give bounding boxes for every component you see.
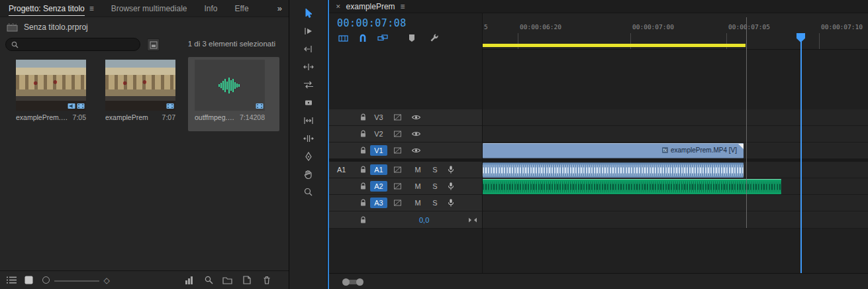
- track-lock-icon[interactable]: [360, 113, 367, 121]
- media-item-examplePrem[interactable]: examplePrem 7:07: [99, 57, 190, 131]
- hand-tool[interactable]: [299, 165, 318, 183]
- zoom-scrollbar-handle-left[interactable]: [342, 278, 350, 286]
- tab-progetto[interactable]: Progetto: Senza titolo ≡: [0, 0, 103, 17]
- playhead-timecode[interactable]: 00:00:07:08: [337, 17, 407, 29]
- selection-tool[interactable]: [299, 4, 318, 22]
- thumbnail-badges: [256, 103, 264, 109]
- media-item-duration: 7:05: [73, 113, 86, 121]
- sync-lock-icon[interactable]: [393, 113, 402, 121]
- new-item-icon[interactable]: [241, 274, 253, 286]
- tab-browser-multimediale[interactable]: Browser multimediale: [103, 0, 196, 17]
- ruler-tick: [630, 33, 631, 50]
- track-lane-v2[interactable]: [483, 126, 868, 143]
- rate-stretch-tool[interactable]: [299, 76, 318, 93]
- zoom-slider-track[interactable]: [54, 280, 99, 282]
- track-target-v3[interactable]: V3: [370, 112, 387, 123]
- slide-tool[interactable]: [299, 129, 318, 147]
- timeline-clip-examplePrem-video[interactable]: fx examplePrem.MP4 [V]: [483, 143, 744, 158]
- sync-lock-icon[interactable]: [393, 130, 402, 138]
- zoom-tool[interactable]: [299, 183, 318, 201]
- voiceover-mic-icon[interactable]: [448, 166, 454, 174]
- solo-button[interactable]: S: [430, 166, 440, 174]
- track-lane-a3[interactable]: [483, 195, 868, 211]
- track-lock-icon[interactable]: [360, 146, 367, 154]
- track-target-a3[interactable]: A3: [370, 198, 387, 208]
- sync-lock-icon[interactable]: [393, 166, 402, 174]
- pen-tool[interactable]: [299, 147, 318, 165]
- media-item-outffmpeg-wav[interactable]: outffmpeg.wav 7:14208: [188, 57, 279, 131]
- premiere-app-window: Progetto: Senza titolo ≡ Browser multime…: [0, 0, 868, 289]
- find-icon[interactable]: [203, 274, 215, 286]
- tab-info-label: Info: [204, 4, 217, 13]
- source-patch-a1[interactable]: A1: [337, 166, 346, 174]
- timeline-clip-examplePrem-audio[interactable]: [483, 162, 744, 178]
- add-marker-icon[interactable]: [406, 32, 418, 44]
- sync-lock-icon[interactable]: [393, 199, 402, 207]
- list-view-icon[interactable]: [5, 274, 17, 286]
- voiceover-mic-icon[interactable]: [448, 199, 454, 207]
- track-target-v2[interactable]: V2: [370, 129, 387, 139]
- icon-view-icon[interactable]: [23, 274, 34, 286]
- keyframe-navigator-icon[interactable]: [468, 217, 477, 223]
- timeline-clip-outffmpeg-audio[interactable]: [483, 179, 781, 194]
- track-lock-icon[interactable]: [360, 130, 367, 138]
- selection-status: 1 di 3 elementi selezionati: [188, 40, 275, 48]
- work-area-bar[interactable]: [482, 44, 746, 47]
- linked-selection-icon[interactable]: [377, 32, 389, 44]
- tab-info[interactable]: Info: [195, 0, 226, 17]
- panel-menu-icon[interactable]: ≡: [401, 2, 405, 11]
- mute-button[interactable]: M: [412, 199, 423, 207]
- timeline-zoom-scrollbar[interactable]: [329, 273, 868, 289]
- panel-close-icon[interactable]: ✕: [336, 3, 341, 10]
- track-target-a2[interactable]: A2: [370, 181, 387, 192]
- sync-lock-icon[interactable]: [393, 146, 402, 154]
- mute-button[interactable]: M: [412, 182, 423, 190]
- search-box[interactable]: [5, 38, 140, 51]
- timeline-tab[interactable]: examplePrem: [346, 2, 395, 11]
- snap-magnet-icon[interactable]: [357, 32, 369, 44]
- voiceover-mic-icon[interactable]: [448, 182, 454, 191]
- track-target-v1[interactable]: V1: [370, 145, 387, 156]
- zoom-scrollbar-handle-right[interactable]: [356, 278, 363, 286]
- panel-menu-icon[interactable]: ≡: [89, 4, 94, 13]
- project-file-row[interactable]: Senza titolo.prproj: [7, 21, 88, 34]
- nest-sequences-toggle-icon[interactable]: [337, 32, 349, 44]
- mute-button[interactable]: M: [412, 166, 423, 174]
- filter-bin-icon[interactable]: [147, 38, 160, 51]
- playhead-line[interactable]: [800, 40, 802, 273]
- track-lock-icon[interactable]: [360, 216, 367, 224]
- track-lock-icon[interactable]: [360, 182, 367, 190]
- track-target-a1[interactable]: A1: [370, 164, 387, 175]
- track-lane-v3[interactable]: [483, 109, 868, 126]
- timeline-ruler[interactable]: 5 00:00:06:20 00:00:07:00 00:00:07:05 00…: [482, 13, 868, 50]
- ripple-edit-tool[interactable]: [299, 40, 318, 58]
- rolling-edit-tool[interactable]: [299, 58, 318, 76]
- media-item-examplePrem-mp4[interactable]: examplePrem.MP4 7:05: [9, 57, 101, 131]
- tab-overflow-icon[interactable]: »: [277, 3, 289, 13]
- video-thumbnail[interactable]: [16, 60, 86, 111]
- track-lane-master[interactable]: [483, 211, 868, 229]
- clear-trash-icon[interactable]: [261, 274, 273, 286]
- tab-effetti[interactable]: Effe: [226, 0, 257, 17]
- track-select-forward-tool[interactable]: [299, 22, 318, 40]
- zoom-slider-knob[interactable]: [42, 276, 50, 284]
- solo-button[interactable]: S: [430, 199, 440, 207]
- project-file-icon: [7, 23, 18, 32]
- solo-button[interactable]: S: [430, 182, 440, 190]
- new-bin-icon[interactable]: [221, 274, 233, 286]
- track-output-eye-icon[interactable]: [411, 131, 421, 137]
- timeline-settings-wrench-icon[interactable]: [428, 32, 440, 44]
- audio-thumbnail[interactable]: [195, 60, 265, 111]
- track-lock-icon[interactable]: [360, 166, 367, 174]
- master-volume-value[interactable]: 0,0: [419, 216, 429, 224]
- slip-tool[interactable]: [299, 111, 318, 129]
- track-output-eye-icon[interactable]: [411, 147, 421, 154]
- sort-icon[interactable]: ◇: [101, 274, 113, 286]
- automate-to-sequence-icon[interactable]: [183, 274, 195, 286]
- search-input[interactable]: [23, 40, 134, 48]
- sync-lock-icon[interactable]: [393, 182, 402, 190]
- razor-tool[interactable]: [299, 93, 318, 111]
- track-lock-icon[interactable]: [360, 199, 367, 207]
- video-thumbnail[interactable]: [105, 60, 175, 111]
- track-output-eye-icon[interactable]: [411, 114, 421, 121]
